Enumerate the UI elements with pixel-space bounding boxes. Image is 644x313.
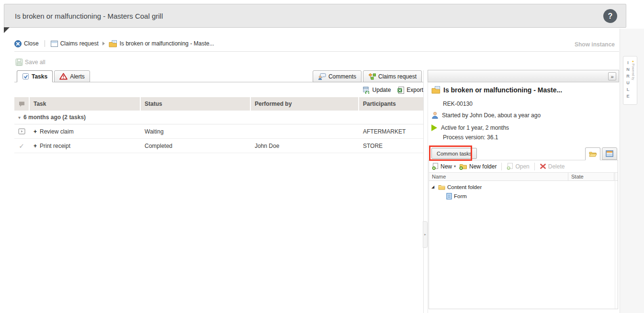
task-performed-by xyxy=(251,124,358,138)
breadcrumb-case-label: Is broken or malfunctioning - Maste... xyxy=(120,40,214,47)
task-status: Completed xyxy=(141,139,250,153)
expand-row-icon[interactable]: + xyxy=(34,143,37,149)
task-table-header: Task Status Performed by Participants xyxy=(14,97,423,111)
folder-tab-icon xyxy=(589,151,597,157)
double-chevron-icon: » xyxy=(610,74,613,79)
claims-diagram-icon xyxy=(368,73,376,80)
case-panel-title: Is broken or malfunctioning - Maste... xyxy=(431,86,562,94)
content-toolbar: New ▾ New folder Open Delete xyxy=(429,160,618,173)
export-label: Export xyxy=(407,87,423,93)
tab-tasks[interactable]: Tasks xyxy=(17,70,53,82)
case-icon xyxy=(431,86,441,94)
calendar-tab-icon xyxy=(606,150,613,157)
column-task[interactable]: Task xyxy=(30,97,140,111)
inrule-brand-text: INRULE xyxy=(626,60,631,104)
breadcrumb-divider xyxy=(14,51,619,52)
new-dropdown-icon[interactable]: ▾ xyxy=(454,164,456,168)
powered-by-column: ✦ Powered by xyxy=(632,60,635,104)
powered-by-text: Powered by xyxy=(632,64,635,80)
task-participants: AFTERMARKET xyxy=(359,124,423,138)
delete-button[interactable]: Delete xyxy=(540,163,565,170)
open-button[interactable]: Open xyxy=(507,163,529,170)
column-name[interactable]: Name xyxy=(429,173,568,180)
comment-column-icon xyxy=(18,101,25,107)
splitter-collapse-handle[interactable]: ▸ xyxy=(423,221,428,248)
content-table-header: Name State xyxy=(429,173,618,181)
process-version: Process version: 36.1 xyxy=(443,134,498,141)
open-label: Open xyxy=(515,163,529,170)
case-title-text: Is broken or malfunctioning - Maste... xyxy=(443,86,562,94)
splitter-line xyxy=(423,70,424,313)
column-status[interactable]: Status xyxy=(141,97,250,111)
common-tasks-button[interactable]: Common tasks xyxy=(431,148,477,159)
waiting-task-icon xyxy=(18,128,25,134)
tree-expander-icon[interactable]: ◢ xyxy=(431,185,436,189)
tab-alerts-label: Alerts xyxy=(70,73,85,80)
breadcrumb-process[interactable]: Claims request xyxy=(51,40,99,47)
breadcrumb-process-label: Claims request xyxy=(60,40,99,47)
new-label: New xyxy=(441,163,452,170)
task-status: Waiting xyxy=(141,124,250,138)
panel-left-border xyxy=(428,82,428,313)
window-title-bar: Is broken or malfunctioning - Masters Co… xyxy=(4,4,626,28)
update-button[interactable]: Update xyxy=(363,85,391,95)
group-collapse-icon[interactable]: ▾ xyxy=(18,115,21,120)
common-tasks-label: Common tasks xyxy=(437,151,472,156)
toolbar-separator xyxy=(501,163,502,170)
tab-claims-request[interactable]: Claims request xyxy=(363,70,422,82)
column-comments[interactable] xyxy=(14,97,29,111)
open-icon xyxy=(507,163,513,170)
completed-task-icon: ✓ xyxy=(19,142,24,150)
comments-icon xyxy=(318,73,326,80)
column-state[interactable]: State xyxy=(568,173,614,180)
close-button[interactable]: Close xyxy=(14,40,39,47)
powered-by-inrule-tab[interactable]: INRULE ✦ Powered by xyxy=(623,56,637,105)
update-icon xyxy=(363,86,371,94)
task-name[interactable]: Print receipt xyxy=(40,143,70,149)
new-button[interactable]: New ▾ xyxy=(432,163,456,170)
tab-content-folder-view[interactable] xyxy=(585,147,600,160)
tab-claims-request-label: Claims request xyxy=(378,73,417,80)
show-instance-button[interactable]: Show instance xyxy=(575,41,615,48)
task-performed-by: John Doe xyxy=(251,139,358,153)
breadcrumb-separator xyxy=(45,40,45,47)
tab-calendar-view[interactable] xyxy=(602,147,617,160)
help-icon: ? xyxy=(608,12,613,21)
save-all-label: Save all xyxy=(25,59,45,66)
tasks-icon xyxy=(22,73,29,80)
column-performed-by[interactable]: Performed by xyxy=(251,97,358,111)
table-row[interactable]: ✓ + Print receipt Completed John Doe STO… xyxy=(14,139,423,153)
task-group-row[interactable]: ▾ 6 months ago (2 tasks) xyxy=(14,111,423,124)
table-row[interactable]: + Review claim Waiting AFTERMARKET xyxy=(14,124,423,139)
tree-item-form[interactable]: Form xyxy=(429,191,618,201)
alert-icon xyxy=(59,73,68,80)
sparkle-icon: ✦ xyxy=(632,60,634,63)
task-name[interactable]: Review claim xyxy=(40,128,74,135)
active-for-text: Active for 1 year, 2 months xyxy=(441,124,509,131)
breadcrumb: Close Claims request Is broken or malfun… xyxy=(14,39,214,48)
export-button[interactable]: Export xyxy=(397,85,423,95)
expand-row-icon[interactable]: + xyxy=(34,128,37,135)
started-by-row: Started by John Doe, about a year ago xyxy=(431,112,541,119)
column-participants[interactable]: Participants xyxy=(359,97,423,111)
new-icon xyxy=(432,163,439,170)
state-column-line xyxy=(615,173,615,309)
new-folder-icon xyxy=(459,163,467,170)
tree-item-content-folder[interactable]: ◢ Content folder xyxy=(429,182,618,191)
task-participants: STORE xyxy=(359,139,423,153)
delete-icon xyxy=(540,163,546,169)
new-folder-label: New folder xyxy=(469,163,497,170)
help-button[interactable]: ? xyxy=(603,9,617,23)
active-play-icon xyxy=(431,124,437,131)
case-panel-toolbar: » xyxy=(428,70,619,82)
new-folder-button[interactable]: New folder xyxy=(459,163,497,170)
tree-item-label: Form xyxy=(454,193,467,199)
save-all-button[interactable]: Save all xyxy=(15,58,45,66)
breadcrumb-arrow-icon xyxy=(102,42,105,45)
tab-alerts[interactable]: Alerts xyxy=(54,70,90,82)
panel-collapse-button[interactable]: » xyxy=(608,72,616,80)
breadcrumb-case[interactable]: Is broken or malfunctioning - Maste... xyxy=(109,40,214,47)
tab-comments[interactable]: Comments xyxy=(313,70,362,82)
right-tabs: Comments Claims request xyxy=(313,70,423,82)
delete-label: Delete xyxy=(548,163,565,170)
